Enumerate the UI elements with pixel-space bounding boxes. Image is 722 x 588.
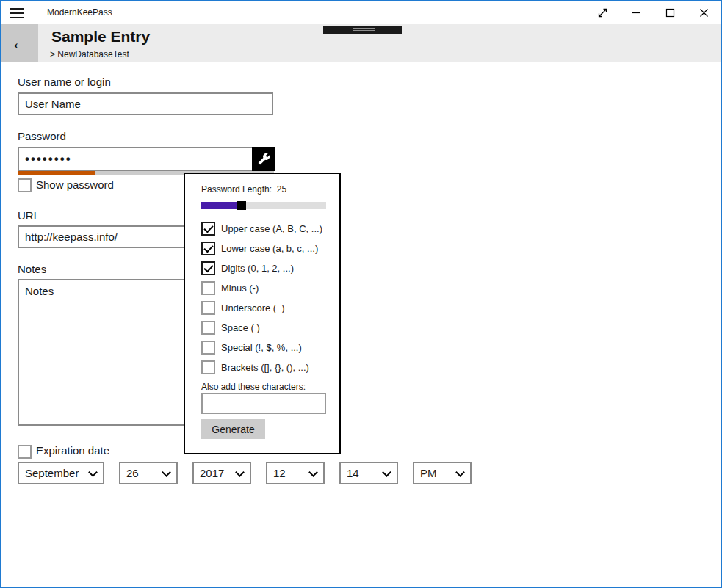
checkbox[interactable] [201,222,215,236]
checkbox[interactable] [201,301,215,315]
option-lowercase[interactable]: Lower case (a, b, c, ...) [201,242,333,258]
back-button[interactable]: ← [1,24,38,62]
url-label: URL [18,209,40,222]
show-password-checkbox[interactable] [18,178,32,192]
minimize-button[interactable] [620,1,652,24]
minute-select[interactable]: 14 [339,462,398,484]
back-arrow-icon: ← [10,32,30,54]
slider-thumb[interactable] [237,201,246,210]
close-icon [699,8,709,18]
hamburger-menu-icon[interactable] [10,1,29,24]
close-button[interactable] [687,1,720,24]
app-title: ModernKeePass [47,1,112,24]
option-special[interactable]: Special (!, $, %, ...) [201,341,333,357]
username-input[interactable] [18,92,273,115]
also-add-label: Also add these characters: [201,382,306,392]
chevron-down-icon [236,468,244,476]
option-underscore[interactable]: Underscore (_) [201,301,333,317]
chevron-down-icon [162,468,170,476]
username-label: User name or login [18,76,111,88]
checkbox[interactable] [201,281,215,295]
checkbox[interactable] [201,321,215,335]
show-password-label: Show password [36,178,114,191]
generate-button[interactable]: Generate [201,419,265,439]
year-select[interactable]: 2017 [192,462,251,484]
password-generator-button[interactable] [252,147,275,171]
fullscreen-icon [597,7,608,18]
checkbox[interactable] [201,242,215,255]
minimize-icon [632,8,641,18]
month-select[interactable]: September [18,462,104,484]
password-length-label: Password Length: 25 [201,184,286,195]
notes-label: Notes [18,263,46,275]
maximize-icon [665,8,675,18]
also-add-input[interactable] [201,393,326,414]
option-minus[interactable]: Minus (-) [201,281,333,297]
password-input[interactable] [18,147,274,171]
password-length-value: 25 [277,184,286,195]
wrench-icon [258,153,270,165]
fullscreen-button[interactable] [586,1,618,24]
appbar-handle[interactable] [323,26,402,34]
option-brackets[interactable]: Brackets ([], {}, (), ...) [201,360,333,377]
expiration-checkbox[interactable] [18,445,32,459]
title-bar: ModernKeePass [1,1,721,24]
expiration-label: Expiration date [36,444,109,457]
chevron-down-icon [309,468,317,476]
chevron-down-icon [89,468,97,476]
checkbox[interactable] [201,261,215,275]
ampm-select[interactable]: PM [413,462,472,484]
hour-select[interactable]: 12 [266,462,325,484]
page-title: Sample Entry [51,28,150,46]
day-select[interactable]: 26 [119,462,178,484]
chevron-down-icon [456,468,464,476]
option-uppercase[interactable]: Upper case (A, B, C, ...) [201,222,333,238]
option-space[interactable]: Space ( ) [201,321,333,337]
password-generator-popup: Password Length: 25 Upper case (A, B, C,… [184,173,341,454]
option-digits[interactable]: Digits (0, 1, 2, ...) [201,261,333,277]
password-length-slider[interactable] [201,202,326,209]
breadcrumb: > NewDatabaseTest [50,49,129,59]
maximize-button[interactable] [654,1,686,24]
page-header: ← Sample Entry > NewDatabaseTest [1,24,721,62]
password-label: Password [18,130,66,142]
checkbox[interactable] [201,341,215,355]
chevron-down-icon [383,468,391,476]
slider-fill [201,202,237,209]
app-window: ModernKeePass ← Sample Entry > NewDataba… [0,0,722,588]
checkbox[interactable] [201,360,215,374]
